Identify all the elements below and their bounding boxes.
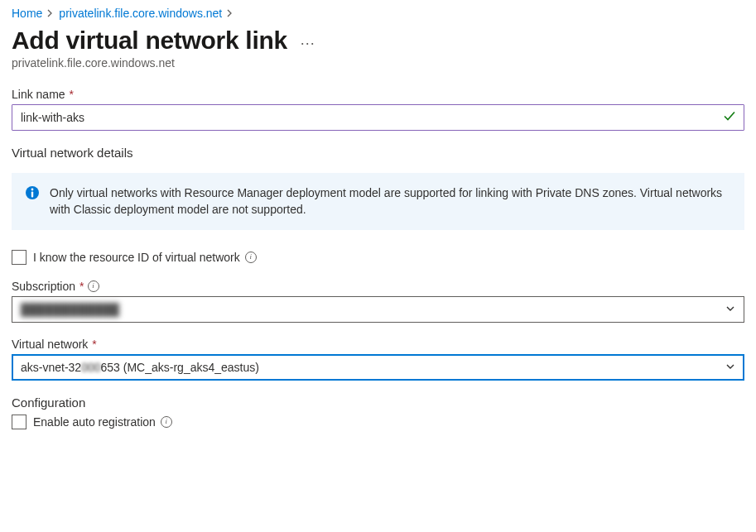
svg-rect-2 bbox=[31, 192, 33, 198]
svg-point-1 bbox=[31, 189, 34, 191]
link-name-input[interactable] bbox=[12, 104, 744, 131]
info-help-icon[interactable]: i bbox=[88, 280, 99, 292]
subscription-select[interactable]: ████████████ bbox=[12, 296, 744, 323]
breadcrumb-home[interactable]: Home bbox=[12, 7, 42, 20]
info-banner-text: Only virtual networks with Resource Mana… bbox=[50, 185, 731, 218]
info-banner: Only virtual networks with Resource Mana… bbox=[12, 173, 744, 230]
page-subtitle: privatelink.file.core.windows.net bbox=[12, 56, 744, 69]
subscription-value: ████████████ bbox=[21, 303, 119, 316]
info-icon bbox=[25, 185, 40, 200]
info-help-icon[interactable]: i bbox=[161, 416, 172, 428]
heading-configuration: Configuration bbox=[12, 395, 744, 410]
virtual-network-value: aks-vnet-32000653 (MC_aks-rg_aks4_eastus… bbox=[21, 361, 259, 374]
enable-auto-registration-checkbox[interactable] bbox=[12, 415, 26, 429]
enable-auto-registration-label[interactable]: Enable auto registration i bbox=[33, 415, 172, 429]
know-resource-id-checkbox[interactable] bbox=[12, 250, 26, 265]
more-icon[interactable]: ··· bbox=[301, 30, 315, 52]
info-help-icon[interactable]: i bbox=[245, 252, 257, 263]
label-subscription: Subscription* i bbox=[12, 280, 744, 293]
chevron-down-icon bbox=[725, 303, 735, 316]
page-title: Add virtual network link bbox=[12, 26, 287, 55]
breadcrumb: Home privatelink.file.core.windows.net bbox=[12, 7, 744, 20]
chevron-right-icon bbox=[227, 7, 234, 20]
know-resource-id-label[interactable]: I know the resource ID of virtual networ… bbox=[33, 251, 257, 264]
virtual-network-select[interactable]: aks-vnet-32000653 (MC_aks-rg_aks4_eastus… bbox=[12, 354, 744, 381]
label-virtual-network: Virtual network* bbox=[12, 338, 744, 351]
breadcrumb-zone[interactable]: privatelink.file.core.windows.net bbox=[59, 7, 222, 20]
heading-vnet-details: Virtual network details bbox=[12, 146, 744, 160]
chevron-right-icon bbox=[47, 7, 54, 20]
chevron-down-icon bbox=[725, 361, 735, 374]
label-link-name: Link name* bbox=[12, 88, 744, 101]
